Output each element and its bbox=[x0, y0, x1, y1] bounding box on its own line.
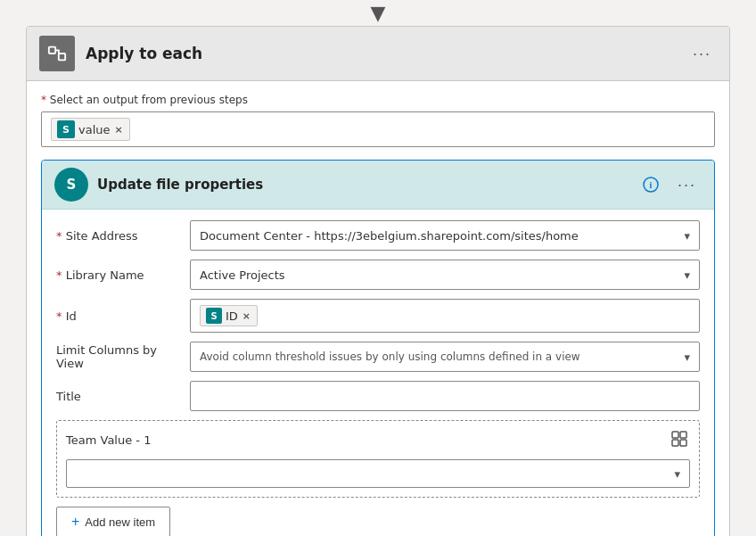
svg-rect-4 bbox=[672, 432, 678, 438]
title-row: Title bbox=[56, 381, 700, 411]
connector-arrow: ▼ bbox=[371, 2, 386, 24]
svg-rect-0 bbox=[49, 47, 55, 54]
value-tag[interactable]: S value × bbox=[51, 118, 130, 141]
loop-icon bbox=[47, 44, 67, 63]
add-new-item-button[interactable]: + Add new item bbox=[56, 507, 170, 536]
id-tag[interactable]: S ID × bbox=[200, 305, 258, 326]
site-address-row: Site Address Document Center - https://3… bbox=[56, 220, 700, 251]
apply-card-title: Apply to each bbox=[86, 45, 677, 62]
info-button[interactable]: i bbox=[638, 172, 663, 197]
site-address-label: Site Address bbox=[56, 229, 181, 243]
add-icon: + bbox=[71, 514, 79, 530]
library-name-row: Library Name Active Projects ▾ bbox=[56, 260, 700, 290]
team-value-dropdown[interactable]: ▾ bbox=[66, 459, 690, 488]
inner-card-header: S Update file properties i ··· bbox=[42, 161, 714, 210]
id-input[interactable]: S ID × bbox=[190, 299, 700, 333]
svg-rect-1 bbox=[59, 54, 65, 60]
library-name-chevron: ▾ bbox=[684, 268, 690, 282]
apply-icon-box bbox=[39, 36, 75, 71]
svg-rect-6 bbox=[672, 440, 678, 446]
limit-columns-chevron: ▾ bbox=[684, 350, 690, 364]
sharepoint-icon: S bbox=[54, 168, 88, 202]
layout-icon bbox=[670, 430, 688, 448]
apply-more-button[interactable]: ··· bbox=[687, 44, 717, 63]
library-name-value: Active Projects bbox=[200, 268, 285, 282]
inner-card-body: Site Address Document Center - https://3… bbox=[42, 210, 714, 536]
page-wrapper: ▼ Apply to each ··· Select an output fro… bbox=[0, 0, 756, 536]
title-input[interactable] bbox=[190, 381, 700, 411]
team-value-section: Team Value - 1 ▾ bbox=[56, 420, 700, 498]
limit-columns-label: Limit Columns by View bbox=[56, 343, 181, 370]
svg-rect-5 bbox=[680, 432, 686, 438]
inner-more-button[interactable]: ··· bbox=[672, 175, 702, 194]
library-name-label: Library Name bbox=[56, 268, 181, 282]
limit-columns-dropdown[interactable]: Avoid column threshold issues by only us… bbox=[190, 342, 700, 372]
id-tag-remove[interactable]: × bbox=[242, 310, 251, 322]
site-address-dropdown[interactable]: Document Center - https://3ebelgium.shar… bbox=[190, 220, 700, 251]
site-address-chevron: ▾ bbox=[684, 229, 690, 243]
select-output-label: Select an output from previous steps bbox=[41, 94, 715, 106]
library-name-dropdown[interactable]: Active Projects ▾ bbox=[190, 260, 700, 290]
update-file-properties-card: S Update file properties i ··· Site Addr… bbox=[41, 160, 715, 536]
tag-remove-button[interactable]: × bbox=[114, 124, 124, 136]
id-row: Id S ID × bbox=[56, 299, 700, 333]
site-address-value: Document Center - https://3ebelgium.shar… bbox=[200, 229, 579, 243]
select-output-input[interactable]: S value × bbox=[41, 111, 715, 147]
tag-value-label: value bbox=[78, 123, 111, 136]
inner-card-title: Update file properties bbox=[97, 177, 629, 193]
team-value-chevron: ▾ bbox=[674, 467, 680, 481]
limit-columns-row: Limit Columns by View Avoid column thres… bbox=[56, 342, 700, 372]
team-value-layout-button[interactable] bbox=[669, 428, 690, 452]
info-icon: i bbox=[643, 177, 659, 193]
limit-columns-value: Avoid column threshold issues by only us… bbox=[200, 350, 580, 363]
apply-card-header: Apply to each ··· bbox=[27, 27, 729, 81]
title-label: Title bbox=[56, 390, 181, 403]
id-label: Id bbox=[56, 309, 181, 323]
tag-sp-icon: S bbox=[57, 120, 75, 138]
id-tag-sp-icon: S bbox=[206, 308, 222, 324]
team-value-label: Team Value - 1 bbox=[66, 433, 151, 447]
apply-to-each-card: Apply to each ··· Select an output from … bbox=[26, 26, 730, 536]
svg-text:i: i bbox=[650, 180, 653, 190]
svg-rect-7 bbox=[680, 440, 686, 446]
add-new-label: Add new item bbox=[85, 515, 155, 529]
id-tag-value: ID bbox=[226, 309, 238, 323]
apply-card-body: Select an output from previous steps S v… bbox=[27, 81, 729, 536]
team-value-header: Team Value - 1 bbox=[66, 428, 690, 452]
